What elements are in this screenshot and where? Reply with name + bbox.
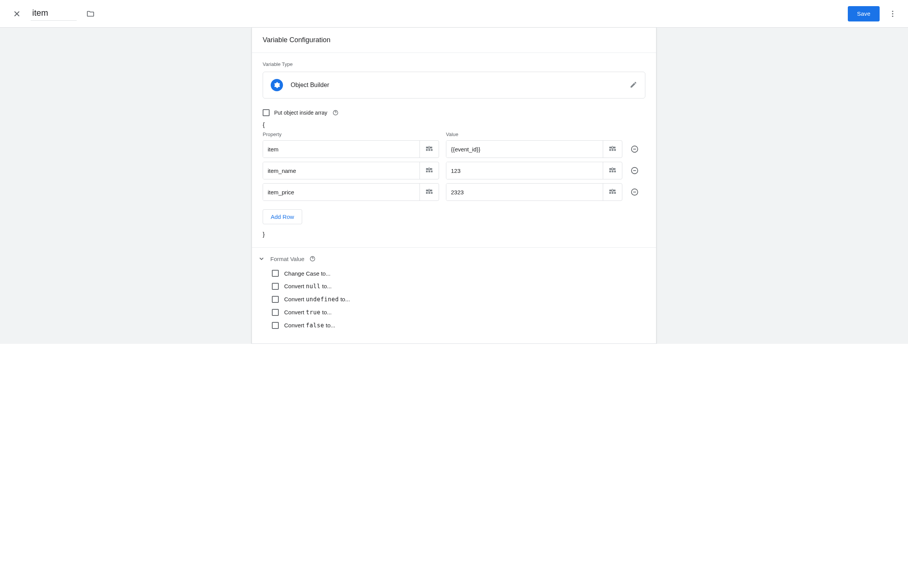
format-option: Convert false to...: [272, 319, 651, 332]
format-checkbox[interactable]: [272, 322, 279, 329]
svg-rect-40: [428, 189, 429, 190]
variable-picker-icon[interactable]: [603, 162, 622, 179]
svg-rect-30: [614, 171, 616, 172]
variable-picker-icon[interactable]: [419, 141, 439, 158]
svg-rect-8: [431, 149, 433, 151]
value-input[interactable]: [446, 184, 603, 200]
property-input[interactable]: [263, 162, 419, 179]
svg-rect-28: [609, 171, 611, 172]
svg-rect-27: [613, 168, 615, 170]
format-checkbox[interactable]: [272, 270, 279, 277]
config-panel: Variable Configuration Variable Type Obj…: [252, 28, 656, 344]
property-row: [263, 183, 645, 201]
remove-row-icon[interactable]: [629, 187, 640, 197]
svg-rect-47: [612, 189, 613, 190]
svg-rect-12: [613, 147, 615, 149]
table-headers: Property Value: [263, 131, 645, 140]
svg-point-1: [892, 13, 893, 14]
col-header-property: Property: [263, 131, 439, 137]
svg-rect-10: [428, 146, 429, 147]
svg-rect-6: [426, 149, 428, 151]
svg-rect-14: [612, 149, 614, 151]
remove-row-icon[interactable]: [629, 144, 640, 154]
variable-picker-icon[interactable]: [603, 141, 622, 158]
svg-rect-44: [612, 192, 614, 194]
help-icon[interactable]: [309, 255, 316, 262]
variable-picker-icon[interactable]: [603, 184, 622, 200]
svg-rect-42: [613, 190, 615, 192]
format-option: Change Case to...: [272, 267, 651, 280]
rows-container: [263, 140, 645, 201]
content-area: Variable Configuration Variable Type Obj…: [0, 28, 908, 344]
svg-rect-31: [612, 169, 613, 170]
format-checkbox[interactable]: [272, 309, 279, 316]
svg-rect-5: [429, 147, 432, 149]
svg-rect-19: [426, 168, 429, 170]
svg-rect-29: [612, 171, 614, 172]
array-checkbox-label: Put object inside array: [274, 110, 327, 116]
format-value-section-header[interactable]: Format Value: [257, 255, 651, 263]
svg-rect-21: [426, 171, 428, 172]
close-brace: }: [263, 231, 645, 238]
svg-rect-32: [612, 168, 613, 168]
format-option: Convert undefined to...: [272, 293, 651, 306]
format-option-label: Convert true to...: [284, 309, 332, 316]
variable-name-input[interactable]: [31, 7, 77, 21]
svg-rect-15: [614, 149, 616, 151]
svg-rect-34: [426, 190, 429, 192]
format-option-label: Convert false to...: [284, 322, 336, 329]
format-option: Convert true to...: [272, 306, 651, 319]
svg-rect-16: [612, 148, 613, 149]
svg-rect-26: [609, 168, 612, 170]
chevron-down-icon: [257, 255, 266, 263]
add-row-button[interactable]: Add Row: [263, 209, 302, 224]
svg-rect-7: [428, 149, 430, 151]
svg-point-2: [892, 15, 893, 16]
array-checkbox-row: Put object inside array: [263, 109, 645, 116]
variable-picker-icon[interactable]: [419, 162, 439, 179]
format-option-label: Convert null to...: [284, 283, 332, 290]
variable-type-name: Object Builder: [291, 82, 630, 89]
svg-rect-9: [428, 148, 429, 149]
format-option-label: Convert undefined to...: [284, 296, 350, 303]
col-header-value: Value: [446, 131, 622, 137]
property-input[interactable]: [263, 141, 419, 158]
svg-rect-11: [609, 147, 612, 149]
array-checkbox[interactable]: [263, 109, 270, 116]
svg-rect-35: [429, 190, 432, 192]
property-row: [263, 162, 645, 179]
help-icon[interactable]: [332, 109, 339, 116]
close-icon[interactable]: [8, 5, 26, 23]
svg-rect-46: [612, 191, 613, 192]
variable-picker-icon[interactable]: [419, 184, 439, 200]
property-row: [263, 140, 645, 158]
svg-rect-43: [609, 192, 611, 194]
folder-icon[interactable]: [84, 7, 97, 21]
open-brace: {: [263, 122, 645, 128]
save-button[interactable]: Save: [848, 6, 880, 21]
panel-title: Variable Configuration: [252, 28, 656, 53]
format-checkbox[interactable]: [272, 296, 279, 303]
svg-rect-13: [609, 149, 611, 151]
svg-rect-23: [431, 171, 433, 172]
remove-row-icon[interactable]: [629, 165, 640, 176]
svg-rect-17: [612, 146, 613, 147]
value-input[interactable]: [446, 141, 603, 158]
svg-rect-39: [428, 191, 429, 192]
svg-rect-38: [431, 192, 433, 194]
format-checkbox[interactable]: [272, 283, 279, 290]
svg-rect-20: [429, 168, 432, 170]
svg-point-0: [892, 10, 893, 11]
svg-rect-37: [428, 192, 430, 194]
variable-type-card[interactable]: Object Builder: [263, 72, 645, 99]
format-value-title: Format Value: [270, 256, 304, 262]
more-vert-icon[interactable]: [885, 6, 900, 21]
property-input[interactable]: [263, 184, 419, 200]
variable-type-label: Variable Type: [263, 61, 645, 67]
gear-icon: [271, 79, 283, 91]
svg-rect-45: [614, 192, 616, 194]
pencil-icon[interactable]: [630, 81, 637, 90]
value-input[interactable]: [446, 162, 603, 179]
format-option: Convert null to...: [272, 280, 651, 293]
app-header: Save: [0, 0, 908, 28]
